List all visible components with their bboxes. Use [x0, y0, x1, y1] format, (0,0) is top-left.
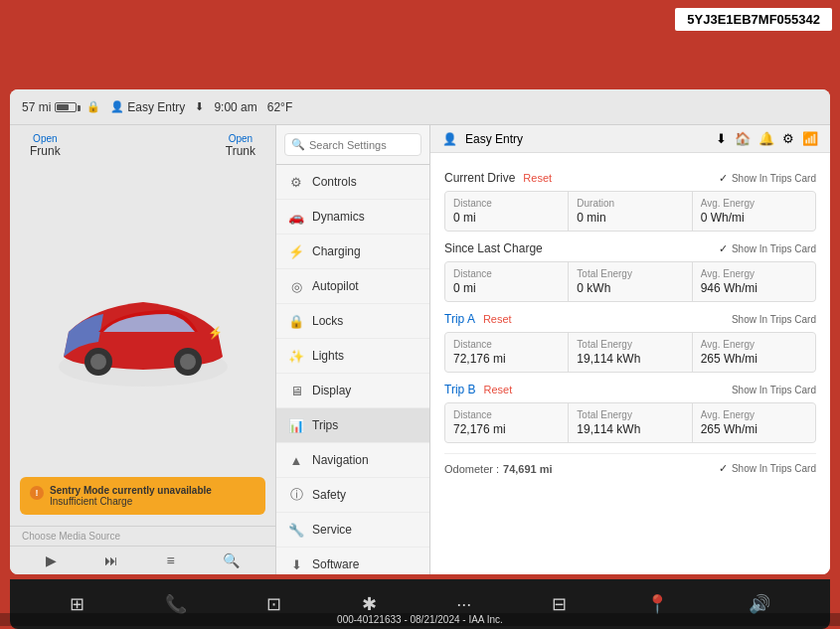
since-distance-cell: Distance 0 mi — [445, 262, 568, 301]
equalizer-button[interactable]: ≡ — [167, 552, 175, 568]
bell-header-icon[interactable]: 🔔 — [758, 131, 774, 146]
since-distance-value: 0 mi — [453, 281, 560, 295]
sidebar-item-display[interactable]: 🖥 Display — [276, 374, 429, 408]
trip-b-distance-label: Distance — [453, 409, 560, 420]
settings-header-icon[interactable]: ⚙ — [782, 131, 794, 146]
trip-b-show-trips[interactable]: Show In Trips Card — [732, 385, 816, 395]
trip-a-label: Trip A — [444, 312, 475, 326]
sidebar-item-label-display: Display — [312, 384, 351, 397]
app-icon[interactable]: ⊟ — [552, 593, 567, 615]
grid-icon[interactable]: ⊞ — [70, 593, 84, 615]
car-image: ⚡ — [44, 272, 243, 411]
sidebar-item-label-software: Software — [312, 557, 359, 571]
trip-a-stats: Distance 72,176 mi Total Energy 19,114 k… — [444, 332, 816, 373]
trip-b-energy-value: 19,114 kWh — [577, 422, 683, 436]
current-drive-show-trips[interactable]: ✓ Show In Trips Card — [719, 172, 816, 185]
trip-a-distance-value: 72,176 mi — [453, 352, 560, 366]
maps-icon[interactable]: 📍 — [646, 593, 668, 615]
media-source-label[interactable]: Choose Media Source — [10, 526, 275, 546]
trip-a-energy-label: Total Energy — [577, 339, 683, 350]
media-icon[interactable]: ⊡ — [266, 593, 281, 615]
volume-icon[interactable]: 🔊 — [749, 593, 770, 615]
since-energy-cell: Total Energy 0 kWh — [569, 262, 691, 301]
trip-a-reset[interactable]: Reset — [483, 313, 512, 325]
search-input[interactable] — [309, 139, 415, 151]
sidebar-item-lights[interactable]: ✨ Lights — [276, 339, 429, 374]
current-distance-value: 0 mi — [453, 211, 560, 225]
current-energy-label: Avg. Energy — [701, 198, 807, 209]
trip-b-avg-energy-label: Avg. Energy — [701, 409, 807, 420]
sidebar-item-controls[interactable]: ⚙ Controls — [276, 165, 429, 200]
car-labels: Open Frunk Open Trunk — [10, 125, 275, 158]
trip-b-energy-cell: Total Energy 19,114 kWh — [569, 403, 691, 442]
trip-b-label: Trip B — [444, 383, 476, 396]
sidebar-item-label-trips: Trips — [312, 418, 338, 432]
trips-panel: 👤 Easy Entry ⬇ 🏠 🔔 ⚙ 📶 Current Drive Res… — [430, 125, 830, 574]
nav-panel: 🔍 ⚙ Controls 🚗 Dynamics ⚡ Charging ◎ Aut… — [276, 125, 430, 574]
check-icon-odo: ✓ — [719, 462, 728, 475]
sidebar-item-software[interactable]: ⬇ Software — [276, 548, 429, 574]
trips-panel-header: 👤 Easy Entry ⬇ 🏠 🔔 ⚙ 📶 — [430, 125, 830, 153]
since-last-charge-header: Since Last Charge ✓ Show In Trips Card — [444, 241, 816, 255]
range-value: 57 mi — [22, 100, 51, 114]
battery-icon — [55, 102, 77, 112]
bluetooth-icon[interactable]: ✱ — [362, 593, 377, 615]
sidebar-item-service[interactable]: 🔧 Service — [276, 513, 429, 548]
person-header-icon: 👤 — [442, 132, 457, 146]
next-button[interactable]: ⏭ — [104, 552, 118, 568]
svg-point-4 — [180, 354, 196, 370]
phone-icon[interactable]: 📞 — [165, 593, 187, 615]
warning-text: Sentry Mode currently unavailable — [50, 485, 212, 496]
frunk-label[interactable]: Open Frunk — [30, 133, 61, 158]
more-icon[interactable]: ··· — [456, 594, 471, 615]
current-drive-reset[interactable]: Reset — [523, 172, 552, 184]
navigation-nav-icon: ▲ — [288, 452, 304, 468]
sidebar-item-locks[interactable]: 🔒 Locks — [276, 304, 429, 339]
sidebar-item-trips[interactable]: 📊 Trips — [276, 408, 429, 443]
main-screen: 57 mi 🔒 👤 Easy Entry ⬇ 9:00 am 62°F Open… — [10, 89, 830, 574]
trip-a-avg-energy-cell: Avg. Energy 265 Wh/mi — [693, 333, 815, 372]
status-bar: 57 mi 🔒 👤 Easy Entry ⬇ 9:00 am 62°F — [10, 89, 830, 125]
since-last-charge-show-trips[interactable]: ✓ Show In Trips Card — [719, 242, 816, 255]
trip-b-header: Trip B Reset Show In Trips Card — [444, 383, 816, 396]
left-panel: Open Frunk Open Trunk — [10, 125, 276, 574]
since-last-charge-stats: Distance 0 mi Total Energy 0 kWh Avg. En… — [444, 261, 816, 302]
sidebar-item-safety[interactable]: ⓘ Safety — [276, 478, 429, 513]
odometer-show-trips[interactable]: ✓ Show In Trips Card — [719, 462, 816, 475]
sidebar-item-label-navigation: Navigation — [312, 453, 369, 467]
safety-nav-icon: ⓘ — [288, 487, 304, 503]
sidebar-item-label-safety: Safety — [312, 488, 346, 502]
sidebar-item-autopilot[interactable]: ◎ Autopilot — [276, 269, 429, 304]
sidebar-item-navigation[interactable]: ▲ Navigation — [276, 443, 429, 478]
trip-a-show-trips[interactable]: Show In Trips Card — [732, 314, 816, 325]
since-distance-label: Distance — [453, 268, 560, 279]
sidebar-item-label-locks: Locks — [312, 314, 343, 328]
current-drive-header: Current Drive Reset ✓ Show In Trips Card — [444, 171, 816, 185]
play-button[interactable]: ▶ — [46, 552, 57, 568]
person-icon: 👤 — [110, 100, 124, 113]
search-input-wrap[interactable]: 🔍 — [284, 133, 421, 156]
since-avg-energy-cell: Avg. Energy 946 Wh/mi — [693, 262, 815, 301]
trip-b-reset[interactable]: Reset — [484, 384, 513, 395]
trunk-label[interactable]: Open Trunk — [226, 133, 255, 158]
current-duration-label: Duration — [577, 198, 683, 209]
current-drive-stats: Distance 0 mi Duration 0 min Avg. Energy… — [444, 191, 816, 232]
lock-icon: 🔒 — [86, 100, 100, 113]
car-image-area: ⚡ — [10, 158, 275, 526]
trip-a-distance-label: Distance — [453, 339, 560, 350]
playback-bar: ▶ ⏭ ≡ 🔍 — [10, 546, 275, 574]
home-header-icon[interactable]: 🏠 — [735, 131, 751, 146]
sidebar-item-dynamics[interactable]: 🚗 Dynamics — [276, 200, 429, 235]
trip-b-distance-cell: Distance 72,176 mi — [445, 403, 568, 442]
autopilot-nav-icon: ◎ — [288, 278, 304, 294]
trip-a-avg-energy-label: Avg. Energy — [701, 339, 807, 350]
search-media-button[interactable]: 🔍 — [223, 552, 240, 568]
nav-items: ⚙ Controls 🚗 Dynamics ⚡ Charging ◎ Autop… — [276, 165, 429, 574]
sidebar-item-charging[interactable]: ⚡ Charging — [276, 235, 429, 269]
trips-content: Current Drive Reset ✓ Show In Trips Card… — [430, 153, 830, 574]
current-distance-label: Distance — [453, 198, 560, 209]
signal-header-icon[interactable]: 📶 — [802, 131, 818, 146]
trip-b-stats: Distance 72,176 mi Total Energy 19,114 k… — [444, 402, 816, 443]
trips-header-label: Easy Entry — [465, 132, 523, 146]
download-header-icon[interactable]: ⬇ — [716, 131, 727, 146]
